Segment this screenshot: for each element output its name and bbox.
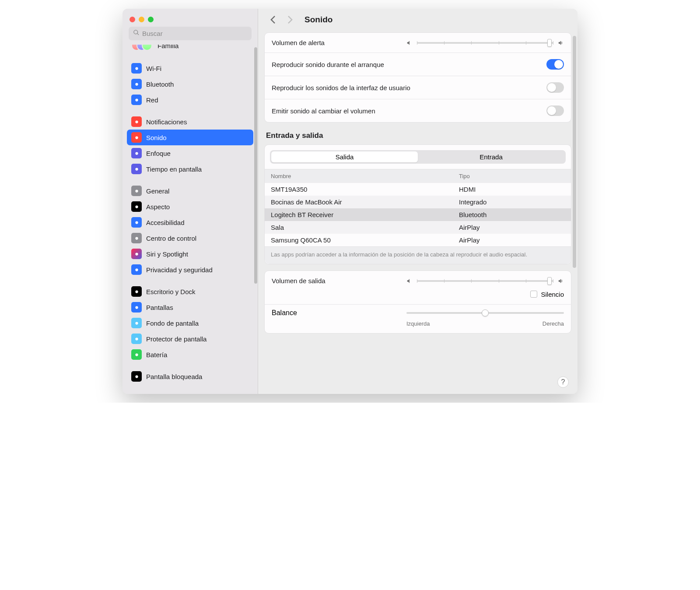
svg-point-13 (135, 290, 138, 293)
io-section-title: Entrada y salida (266, 131, 570, 140)
sidebar-item-icon (131, 79, 142, 89)
sidebar-item-icon (131, 302, 142, 313)
sidebar-item-icon (131, 334, 142, 344)
device-type: AirPlay (459, 236, 565, 244)
sidebar-list[interactable]: Familia Wi-FiBluetoothRedNotificacionesS… (122, 45, 258, 394)
sidebar-item-label: Escritorio y Dock (146, 288, 196, 295)
back-button[interactable] (268, 15, 277, 25)
sidebar-item-icon (131, 186, 142, 196)
device-name: Logitech BT Receiver (271, 211, 459, 218)
sidebar-item-bluetooth[interactable]: Bluetooth (127, 76, 253, 92)
device-row[interactable]: SMT19A350HDMI (265, 183, 571, 196)
sidebar-item-icon (131, 249, 142, 259)
sidebar-item-enfoque[interactable]: Enfoque (127, 145, 253, 161)
sidebar-item-label: Wi-Fi (146, 65, 161, 72)
sidebar-item-label: Siri y Spotlight (146, 250, 188, 258)
svg-point-3 (135, 120, 138, 123)
sidebar-item-label: Batería (146, 351, 167, 358)
speaker-low-icon (406, 278, 413, 284)
device-row[interactable]: Logitech BT ReceiverBluetooth (265, 208, 571, 221)
sidebar-item-label: Pantalla bloqueada (146, 373, 202, 380)
speaker-high-icon (558, 278, 564, 284)
main-scrollbar[interactable] (573, 36, 576, 268)
sidebar-item-icon (131, 63, 142, 74)
forward-button[interactable] (285, 15, 295, 25)
svg-point-14 (135, 306, 138, 309)
volume-feedback-label: Emitir sonido al cambiar el volumen (272, 107, 375, 115)
sidebar-item-family[interactable]: Familia (127, 45, 253, 54)
sidebar-item-label: Enfoque (146, 150, 171, 157)
family-label: Familia (158, 45, 178, 49)
column-name: Nombre (271, 173, 459, 179)
sidebar-item-red[interactable]: Red (127, 92, 253, 108)
sidebar-item-label: Red (146, 96, 158, 104)
device-name: Sala (271, 224, 459, 231)
svg-point-6 (135, 168, 138, 170)
tab-output[interactable]: Salida (271, 151, 418, 162)
sidebar-item-aspecto[interactable]: Aspecto (127, 199, 253, 214)
sidebar-item-label: Notificaciones (146, 118, 187, 126)
volume-feedback-toggle[interactable] (546, 105, 564, 116)
sidebar-item-siri-y-spotlight[interactable]: Siri y Spotlight (127, 246, 253, 262)
output-volume-slider[interactable] (406, 278, 564, 284)
sidebar-item-accesibilidad[interactable]: Accesibilidad (127, 214, 253, 230)
sidebar-item-icon (131, 148, 142, 158)
sidebar-item-icon (131, 217, 142, 228)
device-type: AirPlay (459, 224, 565, 231)
search-field[interactable] (129, 27, 252, 40)
sidebar-item-centro-de-control[interactable]: Centro de control (127, 230, 253, 246)
sidebar-item-wi-fi[interactable]: Wi-Fi (127, 60, 253, 76)
sidebar-scrollbar[interactable] (254, 47, 257, 284)
sidebar-item-label: Accesibilidad (146, 219, 185, 226)
sidebar-item-icon (131, 233, 142, 243)
sidebar-item-general[interactable]: General (127, 183, 253, 199)
maximize-window-button[interactable] (148, 17, 154, 22)
speaker-low-icon (406, 40, 413, 46)
sidebar-item-label: Privacidad y seguridad (146, 266, 213, 274)
sidebar-item-pantallas[interactable]: Pantallas (127, 299, 253, 315)
sidebar-item-escritorio-y-dock[interactable]: Escritorio y Dock (127, 284, 253, 299)
sidebar-item-protector-de-pantalla[interactable]: Protector de pantalla (127, 331, 253, 347)
alert-volume-label: Volumen de alerta (272, 39, 325, 46)
svg-point-9 (135, 221, 138, 224)
svg-point-15 (135, 322, 138, 324)
device-row[interactable]: Samsung Q60CA 50AirPlay (265, 234, 571, 246)
sidebar-item-label: Sonido (146, 134, 167, 141)
sidebar-item-fondo-de-pantalla[interactable]: Fondo de pantalla (127, 315, 253, 331)
sidebar-item-icon (131, 318, 142, 328)
device-row[interactable]: Bocinas de MacBook AirIntegrado (265, 196, 571, 208)
search-input[interactable] (142, 30, 247, 37)
ui-sounds-toggle[interactable] (546, 82, 564, 93)
sidebar-item-sonido[interactable]: Sonido (127, 130, 253, 145)
svg-point-18 (135, 375, 138, 378)
svg-point-17 (135, 353, 138, 356)
sidebar-item-icon (131, 95, 142, 105)
tab-input[interactable]: Entrada (418, 151, 564, 162)
svg-point-7 (135, 190, 138, 192)
mute-checkbox[interactable] (530, 291, 537, 298)
sidebar-item-tiempo-en-pantalla[interactable]: Tiempo en pantalla (127, 161, 253, 177)
alert-volume-slider[interactable] (406, 40, 564, 46)
device-type: Integrado (459, 198, 565, 206)
sidebar-item-privacidad-y-seguridad[interactable]: Privacidad y seguridad (127, 262, 253, 277)
output-volume-label: Volumen de salida (272, 277, 326, 284)
io-tab-switcher: Salida Entrada (270, 150, 566, 164)
minimize-window-button[interactable] (139, 17, 144, 22)
output-settings-panel: Volumen de salida Silencio Ba (264, 270, 571, 334)
balance-slider[interactable] (406, 312, 564, 314)
balance-left-label: Izquierda (406, 320, 430, 327)
sidebar-item-pantalla-bloqueada[interactable]: Pantalla bloqueada (127, 369, 253, 384)
device-name: Bocinas de MacBook Air (271, 198, 459, 206)
sidebar-item-label: Pantallas (146, 304, 173, 311)
help-button[interactable]: ? (557, 376, 569, 388)
svg-point-8 (135, 205, 138, 208)
sidebar-item-notificaciones[interactable]: Notificaciones (127, 114, 253, 130)
close-window-button[interactable] (130, 17, 135, 22)
startup-sound-toggle[interactable] (546, 59, 564, 70)
startup-sound-label: Reproducir sonido durante el arranque (272, 61, 384, 68)
sidebar-item-icon (131, 264, 142, 275)
device-type: Bluetooth (459, 211, 565, 218)
sidebar-item-batería[interactable]: Batería (127, 347, 253, 362)
speaker-high-icon (558, 40, 564, 46)
device-row[interactable]: SalaAirPlay (265, 221, 571, 234)
